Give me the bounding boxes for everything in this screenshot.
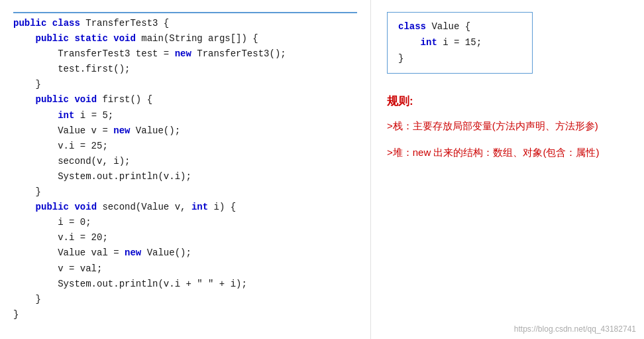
watermark: https://blog.csdn.net/qq_43182741: [514, 324, 636, 334]
rules-section: 规则: >栈：主要存放局部变量(方法内声明、方法形参) >堆：new 出来的结构…: [387, 94, 628, 171]
value-class-code: class Value { int i = 15; }: [387, 12, 533, 74]
main-container: public class TransferTest3 { public stat…: [0, 0, 644, 339]
java-code-left: public class TransferTest3 { public stat…: [13, 16, 357, 322]
top-border: [13, 12, 357, 13]
right-panel: class Value { int i = 15; } 规则: >栈：主要存放局…: [371, 0, 644, 339]
rule-stack: >栈：主要存放局部变量(方法内声明、方法形参): [387, 118, 628, 134]
rules-title: 规则:: [387, 94, 628, 109]
left-code-panel: public class TransferTest3 { public stat…: [0, 0, 371, 339]
rule-heap: >堆：new 出来的结构：数组、对象(包含：属性): [387, 145, 628, 161]
